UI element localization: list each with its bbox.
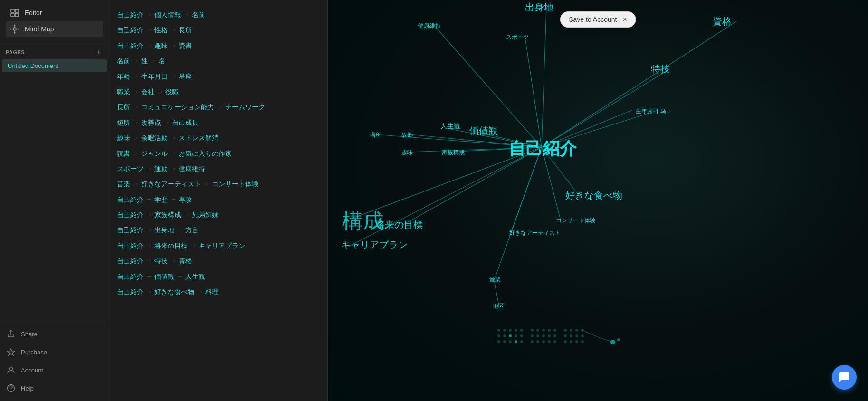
path-link[interactable]: ストレス解消	[179, 133, 219, 143]
path-link[interactable]: 方言	[185, 225, 199, 235]
node-sukina[interactable]: 好きな食べ物	[565, 190, 622, 200]
center-node[interactable]: 自己紹介	[508, 139, 578, 158]
save-close-button[interactable]: ×	[622, 16, 627, 23]
node-shikaku[interactable]: 資格	[713, 16, 732, 27]
node-sports[interactable]: スポーツ	[506, 34, 529, 40]
path-link[interactable]: 趣味	[117, 133, 130, 143]
account-nav-item[interactable]: Account	[0, 361, 109, 379]
path-link[interactable]: 価値観	[154, 271, 174, 282]
path-link[interactable]: 自己紹介	[117, 210, 143, 220]
path-link[interactable]: コミュニケーション能力	[141, 102, 214, 112]
node-music[interactable]: 音楽	[489, 276, 501, 283]
path-link[interactable]: 兄弟姉妹	[192, 210, 219, 220]
node-jinseikan[interactable]: 人生観	[440, 122, 460, 130]
node-basho[interactable]: 場所	[369, 132, 381, 138]
path-link[interactable]: 改善点	[141, 117, 161, 128]
path-link[interactable]: 趣味	[154, 40, 168, 51]
path-link[interactable]: 読書	[179, 40, 192, 51]
path-link[interactable]: 自己成長	[172, 117, 199, 128]
path-link[interactable]: 役職	[165, 86, 179, 97]
path-link[interactable]: お気に入りの作家	[179, 148, 232, 159]
path-link[interactable]: 料理	[205, 286, 219, 297]
dot-cluster-2	[531, 329, 556, 343]
node-career[interactable]: キャリアプラン	[341, 239, 408, 250]
path-link[interactable]: 自己紹介	[117, 286, 143, 297]
path-link[interactable]: コンサート体験	[212, 179, 258, 189]
svg-point-81	[610, 340, 615, 344]
sidebar: Editor Mind Map PAGES +	[0, 0, 109, 401]
mindmap-canvas[interactable]: Save to Account ×	[328, 0, 868, 401]
node-concert[interactable]: コンサート体験	[556, 217, 596, 224]
path-link[interactable]: 自己紹介	[117, 25, 143, 35]
node-kazoku[interactable]: 家族構成	[442, 149, 465, 156]
node-kachikan[interactable]: 価値観	[469, 125, 498, 136]
path-arrow: →	[146, 25, 152, 35]
path-link[interactable]: 将来の目標	[154, 240, 188, 251]
path-link[interactable]: 職業	[117, 86, 130, 97]
path-link[interactable]: 学歴	[154, 194, 168, 205]
path-link[interactable]: 自己紹介	[117, 40, 143, 51]
path-link[interactable]: 音楽	[117, 179, 130, 189]
path-link[interactable]: 長所	[179, 25, 192, 35]
path-link[interactable]: 星座	[179, 71, 192, 82]
path-link[interactable]: 健康維持	[179, 163, 205, 174]
help-nav-item[interactable]: Help	[0, 379, 109, 397]
path-link[interactable]: 自己紹介	[117, 225, 143, 235]
path-link[interactable]: 名前	[192, 10, 205, 20]
path-link[interactable]: 名前	[117, 56, 130, 66]
editor-nav-item[interactable]: Editor	[6, 5, 103, 21]
node-kenkoiji[interactable]: 健康維持	[418, 22, 441, 29]
node-seinengappi[interactable]: 生年月日	[636, 108, 658, 115]
mindmap-nav-item[interactable]: Mind Map	[6, 21, 103, 37]
path-link[interactable]: 自己紹介	[117, 194, 143, 205]
path-link[interactable]: 短所	[117, 117, 130, 128]
path-link[interactable]: 余暇活動	[141, 133, 168, 143]
path-arrow: →	[133, 179, 139, 189]
page-item[interactable]: Untitled Document	[2, 59, 107, 72]
path-link[interactable]: 自己紹介	[117, 271, 143, 282]
path-arrow: →	[133, 133, 139, 143]
path-link[interactable]: 読書	[117, 148, 130, 159]
path-link[interactable]: 専攻	[179, 194, 192, 205]
path-link[interactable]: チームワーク	[225, 102, 265, 112]
svg-point-4	[13, 28, 16, 30]
path-item: 長所→コミュニケーション能力→チームワーク	[117, 102, 320, 112]
path-link[interactable]: 特技	[154, 256, 168, 266]
path-link[interactable]: 姓	[141, 56, 148, 66]
chat-button[interactable]	[832, 365, 857, 390]
path-link[interactable]: 家族構成	[154, 210, 181, 220]
node-shusshinchi[interactable]: 出身地	[525, 2, 553, 12]
path-link[interactable]: キャリアプラン	[199, 240, 245, 251]
path-link[interactable]: 資格	[179, 256, 192, 266]
share-nav-item[interactable]: Share	[0, 325, 109, 343]
path-link[interactable]: 名	[159, 56, 165, 66]
path-link[interactable]: 会社	[141, 86, 154, 97]
path-item: 短所→改善点→自己成長	[117, 117, 320, 128]
path-link[interactable]: 長所	[117, 102, 130, 112]
path-link[interactable]: 好きなアーティスト	[141, 179, 201, 189]
path-link[interactable]: 生年月日	[141, 71, 168, 82]
path-link[interactable]: スポーツ	[117, 163, 143, 174]
path-link[interactable]: 出身地	[154, 225, 174, 235]
node-kako[interactable]: 乌...	[660, 108, 671, 115]
node-shourai[interactable]: 将来の目標	[375, 220, 423, 230]
node-kokyou[interactable]: 故郷	[401, 132, 413, 138]
path-link[interactable]: 好きな食べ物	[154, 286, 194, 297]
purchase-nav-item[interactable]: Purchase	[0, 343, 109, 361]
node-artist[interactable]: 好きなアーティスト	[509, 229, 561, 236]
node-chiku[interactable]: 地区	[492, 303, 504, 309]
svg-point-66	[553, 340, 556, 343]
path-link[interactable]: 年齢	[117, 71, 130, 82]
node-hobby[interactable]: 趣味	[401, 149, 413, 156]
add-page-button[interactable]: +	[95, 48, 103, 57]
path-link[interactable]: 自己紹介	[117, 240, 143, 251]
path-link[interactable]: 性格	[154, 25, 168, 35]
purchase-icon	[6, 347, 16, 357]
path-link[interactable]: 個人情報	[154, 10, 181, 20]
path-link[interactable]: 運動	[154, 163, 168, 174]
path-link[interactable]: 自己紹介	[117, 10, 143, 20]
path-link[interactable]: ジャンル	[141, 148, 168, 159]
path-link[interactable]: 人生観	[185, 271, 205, 282]
node-tokugi[interactable]: 特技	[651, 64, 670, 74]
path-link[interactable]: 自己紹介	[117, 256, 143, 266]
